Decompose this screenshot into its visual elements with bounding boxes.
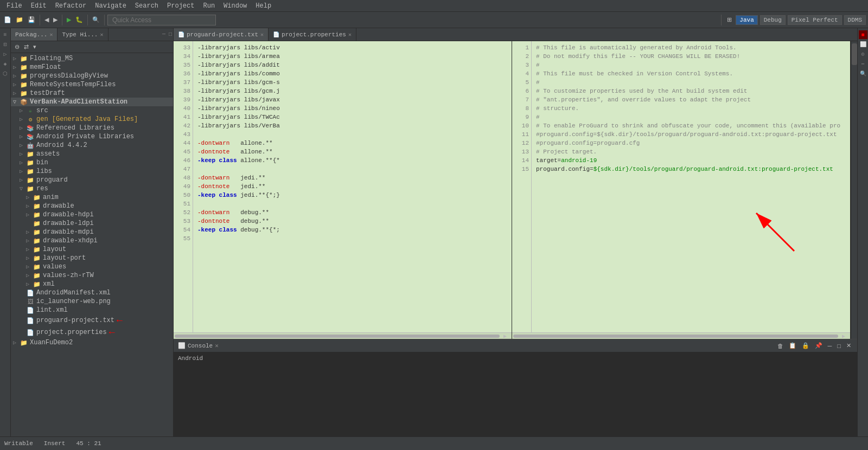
menu-edit[interactable]: Edit — [27, 2, 51, 10]
left-icon-1[interactable]: ≡ — [1, 30, 10, 39]
right-icon-2[interactable]: ⬜ — [859, 40, 867, 49]
tree-item-proguard-project[interactable]: 📄 proguard-project.txt ← — [11, 314, 173, 326]
proguard-code-content[interactable]: 3334353637 3839404142 4344454647 4849505… — [174, 41, 512, 332]
tab-package-close[interactable]: ✕ — [49, 31, 53, 38]
tree-item-iclauncher[interactable]: 🖼 ic_launcher-web.png — [11, 297, 173, 306]
menu-search[interactable]: Search — [131, 2, 163, 10]
menu-refactor[interactable]: Refactor — [51, 2, 91, 10]
panel-minimize[interactable]: ─ — [161, 31, 167, 37]
console-clear[interactable]: 🗑 — [776, 342, 785, 350]
tab-package-explorer[interactable]: Packag... ✕ — [11, 28, 58, 41]
tree-item-project-properties[interactable]: 📄 project.properties ← — [11, 326, 173, 338]
tree-item-drawable-hdpi[interactable]: ▷ 📁 drawable-hdpi — [11, 210, 173, 219]
toolbar-forward[interactable]: ▶ — [52, 15, 59, 24]
menu-project[interactable]: Project — [163, 2, 199, 10]
tree-item-xml[interactable]: ▷ 📁 xml — [11, 280, 173, 288]
quick-access-input[interactable] — [107, 15, 216, 25]
tree-item-floating-ms[interactable]: ▷ 📁 Floating_MS — [11, 54, 173, 63]
panel-maximize[interactable]: □ — [168, 31, 173, 37]
tab-proguard[interactable]: 📄 proguard-project.txt ✕ — [174, 28, 269, 41]
tree-item-remotesystems[interactable]: ▷ 📁 RemoteSystemsTempFiles — [11, 80, 173, 89]
tab-typehier-close[interactable]: ✕ — [100, 31, 103, 38]
menu-bar: File Edit Refactor Navigate Search Proje… — [0, 0, 868, 12]
tree-item-anim[interactable]: ▷ 📁 anim — [11, 193, 173, 202]
menu-file[interactable]: File — [2, 2, 27, 10]
left-icon-4[interactable]: ◈ — [1, 60, 10, 68]
right-icon-bar: ■ ⬜ ⊙ ⋯ 🔍 — [857, 28, 868, 436]
console-close-btn[interactable]: ✕ — [845, 341, 853, 350]
tree-item-res[interactable]: ▽ 📁 res — [11, 184, 173, 193]
menu-window[interactable]: Window — [219, 2, 251, 10]
toolbar-open[interactable]: 📁 — [14, 15, 25, 24]
console-copy[interactable]: 📋 — [787, 341, 798, 350]
properties-tab-icon: 📄 — [273, 31, 279, 38]
toolbar-save[interactable]: 💾 — [26, 15, 37, 24]
tree-item-src[interactable]: ▷ ☕ src — [11, 106, 173, 115]
tab-properties[interactable]: 📄 project.properties ✕ — [269, 28, 356, 41]
left-icon-5[interactable]: ⬡ — [1, 69, 10, 78]
perspective-debug[interactable]: Debug — [760, 15, 786, 25]
properties-code-content[interactable]: 12345 678910 1112131415 # This file is a… — [512, 41, 850, 332]
console-maximize[interactable]: □ — [835, 342, 843, 350]
menu-navigate[interactable]: Navigate — [91, 2, 131, 10]
tree-item-android442[interactable]: ▷ 🤖 Android 4.4.2 — [11, 141, 173, 150]
right-icon-1[interactable]: ■ — [859, 30, 867, 39]
toolbar-debug[interactable]: 🐛 — [74, 15, 85, 24]
status-position: 45 : 21 — [76, 440, 101, 447]
tree-item-proguard-folder[interactable]: ▷ 📁 proguard — [11, 176, 173, 184]
perspective-pixelperfect[interactable]: Pixel Perfect — [788, 15, 842, 25]
tree-item-drawable-ldpi[interactable]: 📁 drawable-ldpi — [11, 219, 173, 228]
status-insert: Insert — [44, 440, 66, 447]
toolbar-run[interactable]: ▶ — [65, 15, 73, 24]
toolbar-back[interactable]: ◀ — [43, 15, 50, 24]
tree-item-referenced-libs[interactable]: ▷ 📚 Referenced Libraries — [11, 124, 173, 132]
right-icon-3[interactable]: ⊙ — [859, 50, 867, 59]
console-pin[interactable]: 📌 — [813, 341, 824, 350]
tree-item-lint[interactable]: 📄 lint.xml — [11, 306, 173, 314]
tree-item-memfloat[interactable]: ▷ 📁 memFloat — [11, 63, 173, 72]
properties-tab-close[interactable]: ✕ — [348, 31, 352, 38]
left-icon-2[interactable]: ⊡ — [1, 40, 10, 49]
perspective-ddms[interactable]: DDMS — [844, 15, 866, 25]
tab-type-hierarchy[interactable]: Type Hi... ✕ — [58, 28, 108, 41]
panel-view-menu[interactable]: ▾ — [31, 42, 38, 52]
tree-item-androidmanifest[interactable]: 📄 AndroidManifest.xml — [11, 288, 173, 297]
proguard-hscrollbar[interactable]: ▶ — [174, 332, 512, 339]
panel-collapse-all[interactable]: ⊖ — [13, 42, 21, 52]
proguard-tab-close[interactable]: ✕ — [260, 31, 264, 38]
tree-item-drawable-xhdpi[interactable]: ▷ 📁 drawable-xhdpi — [11, 236, 173, 245]
tree-item-values-zh[interactable]: ▷ 📁 values-zh-rTW — [11, 271, 173, 280]
tree-item-values[interactable]: ▷ 📁 values — [11, 262, 173, 271]
properties-code[interactable]: # This file is automatically generated b… — [532, 41, 850, 332]
tree-item-xuanfudemo[interactable]: ▷ 📁 XuanFuDemo2 — [11, 338, 173, 347]
console-scroll-lock[interactable]: 🔒 — [800, 341, 811, 350]
tree-item-assets[interactable]: ▷ 📁 assets — [11, 150, 173, 158]
tree-item-drawable[interactable]: ▷ 📁 drawable — [11, 202, 173, 210]
right-vscrollbar[interactable] — [851, 41, 857, 339]
toolbar-sep-1 — [40, 15, 40, 25]
console-close[interactable]: ✕ — [215, 342, 219, 349]
tree-item-android-private-libs[interactable]: ▷ 📚 Android Private Libraries — [11, 132, 173, 141]
tree-item-layout-port[interactable]: ▷ 📁 layout-port — [11, 254, 173, 262]
tree-item-drawable-mdpi[interactable]: ▷ 📁 drawable-mdpi — [11, 228, 173, 236]
toolbar-panel-toggle[interactable]: ⊞ — [725, 15, 733, 24]
tree-item-gen[interactable]: ▷ ⚙ gen [Generated Java Files] — [11, 115, 173, 124]
console-minimize[interactable]: ─ — [826, 342, 834, 350]
menu-run[interactable]: Run — [199, 2, 219, 10]
toolbar-search[interactable]: 🔍 — [91, 15, 101, 24]
tree-item-libs[interactable]: ▷ 📁 libs — [11, 167, 173, 176]
panel-link-editor[interactable]: ⇄ — [22, 42, 30, 52]
right-icon-4[interactable]: ⋯ — [859, 60, 867, 68]
toolbar-new[interactable]: 📄 — [2, 15, 13, 24]
tree-item-testdraft[interactable]: ▷ 📁 testDraft — [11, 89, 173, 98]
right-icon-5[interactable]: 🔍 — [859, 69, 867, 78]
properties-hscrollbar[interactable]: ▶ — [512, 332, 850, 339]
left-icon-3[interactable]: ▷ — [1, 50, 10, 59]
menu-help[interactable]: Help — [251, 2, 276, 10]
proguard-code[interactable]: -libraryjars libs/activ -libraryjars lib… — [193, 41, 512, 332]
tree-item-verbank[interactable]: ▽ 📦 VerBank-APadClientStation — [11, 98, 173, 106]
tree-item-layout[interactable]: ▷ 📁 layout — [11, 245, 173, 254]
tree-item-bin[interactable]: ▷ 📁 bin — [11, 158, 173, 167]
perspective-java[interactable]: Java — [736, 15, 757, 25]
tree-item-progressdialog[interactable]: ▷ 📁 progressDialogByView — [11, 72, 173, 80]
